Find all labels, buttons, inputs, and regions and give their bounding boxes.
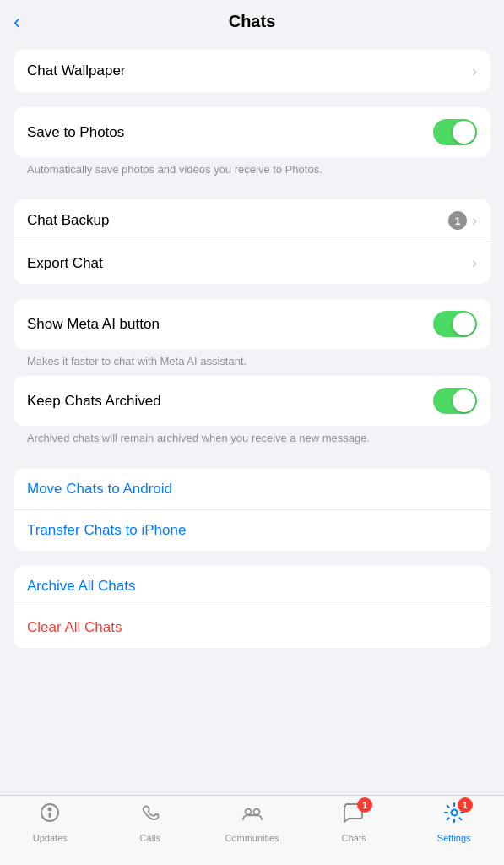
export-chevron-container: › — [472, 254, 477, 272]
tab-communities[interactable]: Communities — [225, 801, 279, 843]
keep-archived-label: Keep Chats Archived — [27, 393, 161, 410]
wallpaper-chevron-container: › — [472, 63, 477, 80]
backup-chevron-icon: › — [472, 212, 477, 230]
tab-updates-label: Updates — [33, 833, 68, 843]
svg-point-5 — [451, 810, 457, 816]
backup-badge: 1 — [448, 211, 467, 230]
transfer-to-iphone-row[interactable]: Transfer Chats to iPhone — [14, 509, 490, 551]
move-to-android-row[interactable]: Move Chats to Android — [14, 469, 490, 509]
svg-point-3 — [245, 809, 251, 815]
chat-wallpaper-label: Chat Wallpaper — [27, 63, 126, 79]
chevron-right-icon: › — [472, 63, 477, 80]
save-to-photos-label: Save to Photos — [27, 124, 124, 141]
settings-icon: 1 — [442, 801, 466, 830]
updates-icon — [38, 801, 62, 830]
section-save-photos: Save to Photos Automatically save photos… — [0, 107, 504, 184]
keep-archived-row: Keep Chats Archived — [14, 376, 490, 426]
toggle-thumb-keep — [453, 389, 475, 412]
tab-calls[interactable]: Calls — [125, 801, 176, 843]
section-meta: Show Meta AI button Makes it faster to c… — [0, 299, 504, 453]
meta-card: Show Meta AI button — [14, 299, 490, 349]
svg-point-1 — [48, 808, 52, 812]
scroll-content: Chat Wallpaper › Save to Photos Automati… — [0, 40, 504, 795]
export-chat-label: Export Chat — [27, 255, 103, 272]
header: ‹ Chats — [0, 0, 504, 40]
chats-icon: 1 — [342, 801, 366, 830]
back-button[interactable]: ‹ — [14, 10, 20, 34]
tab-settings-label: Settings — [437, 833, 471, 843]
chat-backup-row[interactable]: Chat Backup 1 › — [14, 199, 490, 242]
save-to-photos-row: Save to Photos — [14, 107, 490, 157]
chats-badge: 1 — [357, 797, 372, 813]
section-danger: Archive All Chats Clear All Chats — [0, 566, 504, 648]
save-to-photos-toggle[interactable] — [433, 119, 477, 145]
svg-point-4 — [253, 809, 259, 815]
tab-updates[interactable]: Updates — [24, 801, 75, 843]
danger-card: Archive All Chats Clear All Chats — [14, 566, 490, 648]
meta-ai-description: Makes it faster to chat with Meta AI ass… — [0, 349, 504, 376]
backup-row-right: 1 › — [448, 211, 477, 230]
toggle-thumb-meta — [453, 313, 475, 335]
section-wallpaper: Chat Wallpaper › — [0, 50, 504, 92]
clear-all-chats-row[interactable]: Clear All Chats — [14, 607, 490, 648]
section-transfer: Move Chats to Android Transfer Chats to … — [0, 469, 504, 551]
section-backup: Chat Backup 1 › Export Chat › — [0, 199, 504, 284]
save-to-photos-description: Automatically save photos and videos you… — [0, 157, 504, 184]
toggle-thumb — [453, 121, 475, 144]
wallpaper-card: Chat Wallpaper › — [14, 50, 490, 92]
keep-archived-toggle[interactable] — [433, 388, 477, 414]
page-title: Chats — [229, 12, 276, 31]
show-meta-ai-toggle[interactable] — [433, 311, 477, 337]
show-meta-ai-row: Show Meta AI button — [14, 299, 490, 349]
tab-settings[interactable]: 1 Settings — [429, 801, 480, 843]
export-chat-row[interactable]: Export Chat › — [14, 242, 490, 284]
archive-all-chats-row[interactable]: Archive All Chats — [14, 566, 490, 607]
tab-communities-label: Communities — [225, 833, 279, 843]
keep-archived-description: Archived chats will remain archived when… — [0, 426, 504, 453]
chat-backup-label: Chat Backup — [27, 212, 109, 229]
export-chevron-icon: › — [472, 254, 477, 272]
calls-icon — [138, 801, 162, 830]
svg-rect-2 — [49, 813, 51, 818]
chat-wallpaper-row[interactable]: Chat Wallpaper › — [14, 50, 490, 92]
settings-badge: 1 — [458, 797, 473, 813]
tab-chats-label: Chats — [342, 833, 366, 843]
tab-chats[interactable]: 1 Chats — [328, 801, 379, 843]
backup-card: Chat Backup 1 › Export Chat › — [14, 199, 490, 284]
transfer-card: Move Chats to Android Transfer Chats to … — [14, 469, 490, 551]
tab-calls-label: Calls — [140, 833, 160, 843]
communities-icon — [241, 801, 264, 830]
show-meta-ai-label: Show Meta AI button — [27, 316, 160, 333]
save-photos-card: Save to Photos — [14, 107, 490, 157]
keep-archived-card: Keep Chats Archived — [14, 376, 490, 426]
tab-bar: Updates Calls Communities — [0, 795, 504, 865]
